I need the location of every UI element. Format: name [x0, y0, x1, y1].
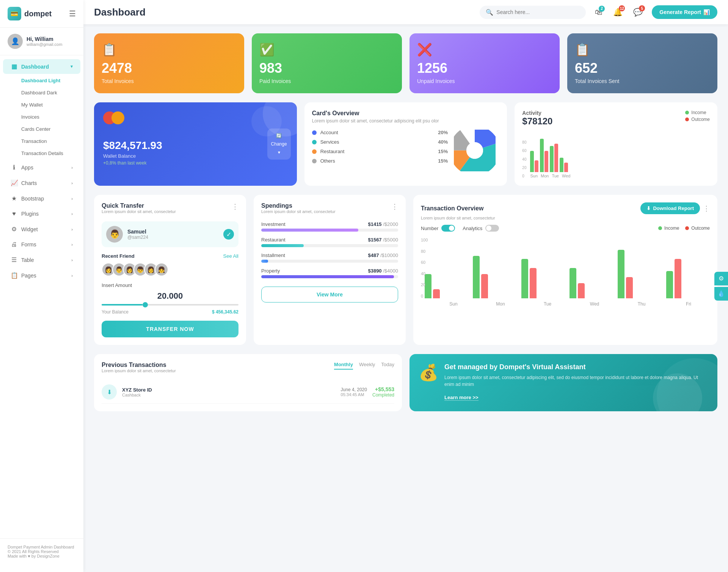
user-greeting: Hi, William	[27, 36, 62, 42]
transfer-subtitle: Lorem ipsum dolor sit amet, consectetur	[102, 209, 176, 214]
bar-group-mon	[540, 139, 548, 172]
sidebar-item-plugins[interactable]: ♥ Plugins ›	[3, 207, 80, 221]
cart-icon-btn[interactable]: 🛍 2	[592, 5, 606, 20]
sidebar-sub-cards-center[interactable]: Cards Center	[3, 123, 80, 135]
tx-label-tue: Tue	[526, 301, 569, 307]
balance-row: Your Balance $ 456,345.62	[102, 309, 238, 315]
user-info: Hi, William william@gmail.com	[27, 36, 62, 47]
change-label: Change	[271, 141, 287, 147]
promo-text-area: Get managed by Dompet's Virtual Assistan…	[444, 363, 708, 401]
sidebar-item-label-dashboard: Dashboard	[21, 64, 49, 70]
message-icon-btn[interactable]: 💬 5	[630, 5, 646, 20]
stat-number-unpaid: 1256	[417, 61, 552, 75]
overview-content: Account 20% Services 40% Restaurant 15%	[312, 130, 500, 175]
bell-icon-btn[interactable]: 🔔 12	[610, 5, 626, 20]
sidebar-item-label-bootstrap: Bootstrap	[21, 196, 44, 202]
sidebar-item-apps[interactable]: ℹ Apps ›	[3, 160, 80, 175]
check-icon: ✓	[223, 229, 234, 240]
search-box[interactable]: 🔍	[480, 6, 586, 19]
stat-icon-sent: 📋	[575, 42, 710, 57]
tx-label-wed: Wed	[573, 301, 616, 307]
tx-subtitle: Lorem ipsum dolor sit amet, consectetur	[421, 216, 710, 220]
spending-investment-bar	[261, 229, 398, 232]
sidebar-item-bootstrap[interactable]: ★ Bootstrap ›	[3, 191, 80, 206]
analytics-toggle-label: Analytics	[463, 226, 482, 231]
income-label: Income	[691, 110, 706, 115]
search-input[interactable]	[496, 9, 572, 15]
sidebar-item-label-forms: Forms	[21, 241, 36, 248]
tab-monthly[interactable]: Monthly	[334, 362, 353, 370]
sidebar-sub-my-wallet[interactable]: My Wallet	[3, 99, 80, 111]
sidebar-sub-dashboard-light[interactable]: Dashboard Light	[3, 75, 80, 86]
view-more-button[interactable]: View More	[261, 287, 398, 302]
tx-row-status: Completed	[372, 392, 394, 398]
page-title: Dashboard	[94, 6, 474, 18]
change-button[interactable]: 🔄 Change ▾	[267, 129, 291, 160]
bar-sun-income	[530, 151, 534, 172]
amount-slider[interactable]	[102, 304, 238, 306]
spendings-more-btn[interactable]: ⋮	[391, 202, 398, 211]
see-all-link[interactable]: See All	[223, 253, 238, 259]
bar-group-sun	[530, 151, 538, 172]
contact-card[interactable]: 👨 Samuel @sam224 ✓	[102, 221, 238, 247]
sidebar-item-widget[interactable]: ⚙ Widget ›	[3, 222, 80, 237]
friend-avatar-6[interactable]: 👧	[155, 263, 168, 276]
spending-property-fill	[261, 275, 394, 278]
logo-area: 💳 dompet ☰	[0, 0, 83, 28]
sidebar-sub-transaction[interactable]: Transaction	[3, 135, 80, 147]
tab-weekly[interactable]: Weekly	[359, 362, 375, 370]
tx-bars	[421, 238, 710, 298]
tx-bar-tue-income	[521, 259, 528, 298]
spending-restaurant-header: Restaurant $1567 /$5000	[261, 237, 398, 243]
spending-investment: Investment $1415 /$2000	[261, 221, 398, 232]
logo-icon: 💳	[8, 7, 21, 20]
tx-row-icon: ⬇	[102, 384, 117, 400]
pie-chart	[454, 130, 499, 175]
sidebar-item-pages[interactable]: 📋 Pages ›	[3, 268, 80, 283]
transaction-overview-card: Transaction Overview ⬇ Download Report ⋮…	[413, 195, 717, 345]
spending-restaurant-fill	[261, 244, 304, 247]
sidebar-sub-dashboard-dark[interactable]: Dashboard Dark	[3, 87, 80, 99]
generate-report-button[interactable]: Generate Report 📊	[652, 5, 717, 19]
chart-bar-icon: 📊	[703, 9, 710, 15]
tab-today[interactable]: Today	[381, 362, 394, 370]
chevron-right-icon-bootstrap: ›	[71, 196, 73, 201]
promo-learn-more-link[interactable]: Learn more >>	[444, 395, 479, 401]
sidebar-sub-invoices[interactable]: Invoices	[3, 111, 80, 123]
tx-bar-thu	[618, 250, 661, 298]
analytics-toggle[interactable]	[485, 225, 499, 232]
bootstrap-icon: ★	[11, 195, 17, 202]
menu-toggle[interactable]: ☰	[69, 9, 76, 18]
stat-label-paid: Paid Invoices	[259, 78, 394, 84]
label-mon: Mon	[541, 174, 549, 178]
income-legend: Income	[685, 110, 710, 115]
bar-mon-outcome	[544, 151, 548, 172]
settings-panel-button[interactable]: ⚙	[714, 272, 728, 285]
transfer-more-btn[interactable]: ⋮	[232, 202, 238, 211]
overview-item-others: Others 15%	[312, 158, 448, 164]
chevron-right-icon-plugins: ›	[71, 212, 73, 216]
sidebar-item-dashboard[interactable]: ▦ Dashboard ▾	[3, 59, 80, 74]
tx-more-btn[interactable]: ⋮	[703, 204, 710, 213]
water-drop-panel-button[interactable]: 💧	[714, 287, 728, 301]
bottom-row: Previous Transactions Lorem ipsum dolor …	[94, 354, 717, 411]
promo-content: 💰 Get managed by Dompet's Virtual Assist…	[419, 363, 708, 401]
sidebar-item-table[interactable]: ☰ Table ›	[3, 252, 80, 267]
transfer-now-button[interactable]: TRANSFER NOW	[102, 321, 238, 337]
stat-card-paid: ✅ 983 Paid Invoices	[252, 33, 402, 93]
footer-made-with: Made with ♥ by DesignZone	[8, 554, 76, 558]
chevron-right-icon-table: ›	[71, 258, 73, 262]
sidebar-item-forms[interactable]: 🖨 Forms ›	[3, 237, 80, 252]
tx-outcome-legend: Outcome	[685, 226, 710, 231]
sidebar-sub-transaction-details[interactable]: Transaction Details	[3, 147, 80, 159]
table-icon: ☰	[11, 256, 17, 263]
recent-friend-row: Recent Friend See All	[102, 253, 238, 259]
sidebar-item-label-apps: Apps	[21, 165, 33, 171]
right-panel: ⚙ 💧	[714, 272, 728, 301]
sidebar-item-charts[interactable]: 📈 Charts ›	[3, 176, 80, 190]
prev-tx-title-area: Previous Transactions Lorem ipsum dolor …	[102, 362, 176, 379]
download-report-button[interactable]: ⬇ Download Report	[640, 202, 700, 214]
spending-restaurant-amounts: $1567 /$5000	[368, 237, 398, 243]
number-toggle[interactable]	[441, 225, 455, 232]
spendings-subtitle: Lorem ipsum dolor sit amet, consectetur	[261, 209, 336, 214]
